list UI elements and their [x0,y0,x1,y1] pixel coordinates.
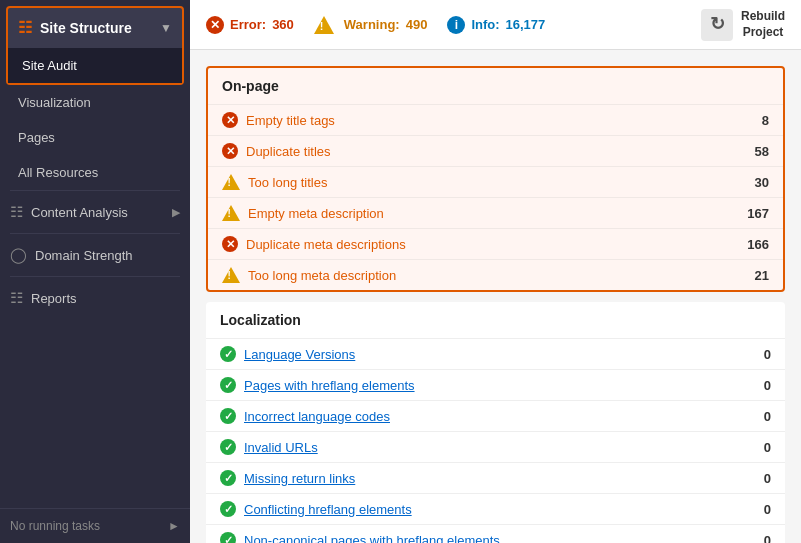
sidebar-item-all-resources[interactable]: All Resources [0,155,190,190]
table-row[interactable]: ✓Missing return links0 [206,462,785,493]
table-row[interactable]: Empty meta description167 [208,197,783,228]
row-ok-icon: ✓ [220,439,236,455]
row-label[interactable]: Too long meta description [248,268,396,283]
table-row[interactable]: ✓Conflicting hreflang elements0 [206,493,785,524]
on-page-title: On-page [208,68,783,104]
reports-left: ☷ Reports [10,289,77,307]
row-left: Too long meta description [222,267,396,283]
rebuild-label: RebuildProject [741,9,785,40]
table-row[interactable]: ✓Pages with hreflang elements0 [206,369,785,400]
row-error-icon: ✕ [222,112,238,128]
info-icon: i [447,16,465,34]
site-structure-section[interactable]: ☷ Site Structure ▼ Site Audit [6,6,184,85]
table-row[interactable]: ✓Language Versions0 [206,338,785,369]
info-stat[interactable]: i Info: 16,177 [447,16,545,34]
table-row[interactable]: ✕Duplicate titles58 [208,135,783,166]
row-left: ✕Duplicate meta descriptions [222,236,406,252]
row-label[interactable]: Missing return links [244,471,355,486]
site-structure-icon: ☷ [18,18,32,37]
site-structure-title[interactable]: ☷ Site Structure ▼ [8,8,182,47]
site-audit-label: Site Audit [22,58,77,73]
domain-strength-label: Domain Strength [35,248,133,263]
row-label[interactable]: Empty meta description [248,206,384,221]
site-structure-label: Site Structure [40,20,132,36]
row-count: 0 [741,533,771,544]
row-warning-icon [222,267,240,283]
row-count: 0 [741,378,771,393]
row-ok-icon: ✓ [220,346,236,362]
row-error-icon: ✕ [222,143,238,159]
row-label[interactable]: Duplicate titles [246,144,331,159]
sidebar-item-pages[interactable]: Pages [0,120,190,155]
row-label[interactable]: Incorrect language codes [244,409,390,424]
content-area: On-page ✕Empty title tags8✕Duplicate tit… [190,50,801,543]
no-running-tasks-label: No running tasks [10,519,100,533]
row-label[interactable]: Pages with hreflang elements [244,378,415,393]
rebuild-project-button[interactable]: ↻ RebuildProject [701,9,785,41]
error-label: Error: [230,17,266,32]
row-ok-icon: ✓ [220,377,236,393]
sidebar-item-visualization[interactable]: Visualization [0,85,190,120]
info-count: 16,177 [506,17,546,32]
row-label[interactable]: Invalid URLs [244,440,318,455]
row-label[interactable]: Conflicting hreflang elements [244,502,412,517]
row-left: ✕Duplicate titles [222,143,331,159]
on-page-card: On-page ✕Empty title tags8✕Duplicate tit… [206,66,785,292]
table-row[interactable]: ✕Duplicate meta descriptions166 [208,228,783,259]
reports-label: Reports [31,291,77,306]
table-row[interactable]: Too long titles30 [208,166,783,197]
main-content: ✕ Error: 360 Warning: 490 i Info: 16,177… [190,0,801,543]
row-left: ✓Non-canonical pages with hreflang eleme… [220,532,500,543]
row-left: ✕Empty title tags [222,112,335,128]
table-row[interactable]: ✓Invalid URLs0 [206,431,785,462]
sidebar-item-content-analysis[interactable]: ☷ Content Analysis ▶ [0,191,190,233]
site-audit-item[interactable]: Site Audit [8,47,182,83]
row-count: 30 [739,175,769,190]
row-left: ✓Pages with hreflang elements [220,377,415,393]
row-count: 8 [739,113,769,128]
row-ok-icon: ✓ [220,470,236,486]
row-left: ✓Missing return links [220,470,355,486]
localization-rows: ✓Language Versions0✓Pages with hreflang … [206,338,785,543]
row-count: 21 [739,268,769,283]
row-label[interactable]: Non-canonical pages with hreflang elemen… [244,533,500,544]
row-warning-icon [222,205,240,221]
all-resources-label: All Resources [18,165,98,180]
table-row[interactable]: Too long meta description21 [208,259,783,290]
sidebar-item-reports[interactable]: ☷ Reports [0,277,190,319]
error-stat[interactable]: ✕ Error: 360 [206,16,294,34]
row-count: 0 [741,471,771,486]
localization-card: Localization ✓Language Versions0✓Pages w… [206,302,785,543]
warning-stat[interactable]: Warning: 490 [314,16,428,34]
row-label[interactable]: Language Versions [244,347,355,362]
sidebar-item-domain-strength[interactable]: ◯ Domain Strength [0,234,190,276]
row-left: Too long titles [222,174,328,190]
table-row[interactable]: ✓Incorrect language codes0 [206,400,785,431]
visualization-label: Visualization [18,95,91,110]
row-left: Empty meta description [222,205,384,221]
row-label[interactable]: Too long titles [248,175,328,190]
chevron-right-icon: ▶ [172,206,180,219]
reports-icon: ☷ [10,289,23,307]
row-label[interactable]: Empty title tags [246,113,335,128]
site-structure-title-left: ☷ Site Structure [18,18,132,37]
domain-strength-left: ◯ Domain Strength [10,246,133,264]
row-count: 0 [741,409,771,424]
table-row[interactable]: ✕Empty title tags8 [208,104,783,135]
row-label[interactable]: Duplicate meta descriptions [246,237,406,252]
table-row[interactable]: ✓Non-canonical pages with hreflang eleme… [206,524,785,543]
warning-label: Warning: [344,17,400,32]
error-icon: ✕ [206,16,224,34]
row-ok-icon: ✓ [220,501,236,517]
on-page-rows: ✕Empty title tags8✕Duplicate titles58Too… [208,104,783,290]
warning-count: 490 [406,17,428,32]
warning-icon [314,16,334,34]
topbar-stats: ✕ Error: 360 Warning: 490 i Info: 16,177 [206,16,545,34]
topbar: ✕ Error: 360 Warning: 490 i Info: 16,177… [190,0,801,50]
content-analysis-label: Content Analysis [31,205,128,220]
row-ok-icon: ✓ [220,408,236,424]
row-left: ✓Incorrect language codes [220,408,390,424]
row-count: 166 [739,237,769,252]
sidebar: ☷ Site Structure ▼ Site Audit Visualizat… [0,0,190,543]
rebuild-icon: ↻ [701,9,733,41]
